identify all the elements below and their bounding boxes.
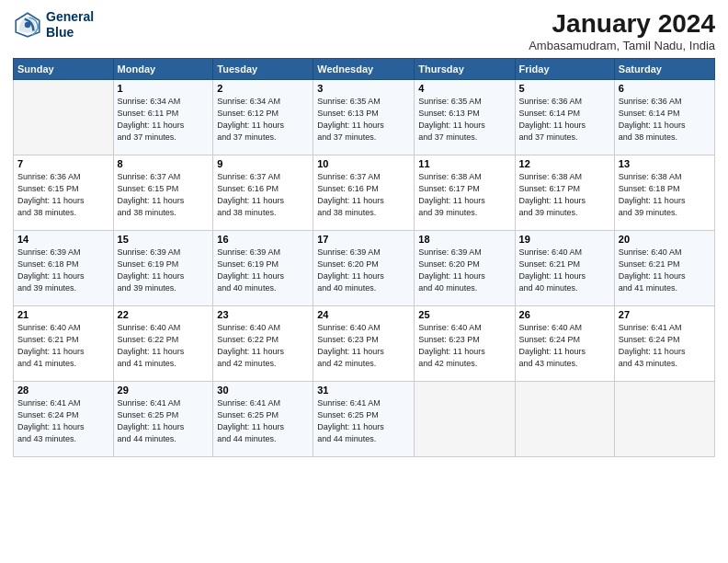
day-info: Sunrise: 6:40 AMSunset: 6:23 PMDaylight:… [317,322,410,370]
day-number: 14 [17,234,109,245]
day-info: Sunrise: 6:40 AMSunset: 6:21 PMDaylight:… [519,247,610,294]
day-info: Sunrise: 6:39 AMSunset: 6:18 PMDaylight:… [17,247,109,294]
day-info: Sunrise: 6:34 AMSunset: 6:11 PMDaylight:… [118,96,210,144]
day-info: Sunrise: 6:38 AMSunset: 6:17 PMDaylight:… [519,171,610,219]
day-number: 12 [519,158,610,169]
day-number: 27 [619,309,711,320]
weekday-header-sunday: Sunday [14,59,114,80]
day-number: 17 [317,234,410,245]
day-info: Sunrise: 6:38 AMSunset: 6:17 PMDaylight:… [418,171,510,219]
calendar-cell: 10Sunrise: 6:37 AMSunset: 6:16 PMDayligh… [313,155,415,231]
day-number: 24 [317,309,410,320]
day-number: 22 [118,309,210,320]
day-number: 25 [418,309,510,320]
weekday-header-monday: Monday [113,59,213,80]
calendar-cell: 15Sunrise: 6:39 AMSunset: 6:19 PMDayligh… [113,231,213,306]
day-info: Sunrise: 6:40 AMSunset: 6:22 PMDaylight:… [217,322,309,370]
calendar-cell: 25Sunrise: 6:40 AMSunset: 6:23 PMDayligh… [415,306,515,382]
day-number: 5 [519,83,610,94]
calendar-cell: 13Sunrise: 6:38 AMSunset: 6:18 PMDayligh… [614,155,714,231]
calendar-cell: 21Sunrise: 6:40 AMSunset: 6:21 PMDayligh… [14,306,114,382]
calendar-cell: 30Sunrise: 6:41 AMSunset: 6:25 PMDayligh… [213,382,313,457]
day-number: 26 [519,309,610,320]
calendar-cell: 29Sunrise: 6:41 AMSunset: 6:25 PMDayligh… [113,382,213,457]
calendar-cell: 2Sunrise: 6:34 AMSunset: 6:12 PMDaylight… [213,80,313,155]
calendar-cell: 3Sunrise: 6:35 AMSunset: 6:13 PMDaylight… [313,80,415,155]
calendar-header: SundayMondayTuesdayWednesdayThursdayFrid… [14,59,715,80]
week-row-1: 1Sunrise: 6:34 AMSunset: 6:11 PMDaylight… [14,80,715,155]
day-info: Sunrise: 6:35 AMSunset: 6:13 PMDaylight:… [418,96,510,144]
day-info: Sunrise: 6:41 AMSunset: 6:24 PMDaylight:… [17,397,109,445]
day-number: 1 [118,83,210,94]
day-info: Sunrise: 6:36 AMSunset: 6:14 PMDaylight:… [619,96,711,144]
day-info: Sunrise: 6:36 AMSunset: 6:14 PMDaylight:… [519,96,610,144]
page: General Blue January 2024 Ambasamudram, … [0,0,728,563]
day-number: 7 [17,158,109,169]
calendar-cell [14,80,114,155]
day-info: Sunrise: 6:40 AMSunset: 6:24 PMDaylight:… [519,322,610,370]
calendar-cell: 20Sunrise: 6:40 AMSunset: 6:21 PMDayligh… [614,231,714,306]
day-info: Sunrise: 6:40 AMSunset: 6:21 PMDaylight:… [17,322,109,370]
day-info: Sunrise: 6:40 AMSunset: 6:23 PMDaylight:… [418,322,510,370]
day-info: Sunrise: 6:41 AMSunset: 6:24 PMDaylight:… [619,322,711,370]
calendar-cell: 5Sunrise: 6:36 AMSunset: 6:14 PMDaylight… [515,80,614,155]
day-number: 30 [217,385,309,396]
day-info: Sunrise: 6:39 AMSunset: 6:20 PMDaylight:… [418,247,510,294]
week-row-3: 14Sunrise: 6:39 AMSunset: 6:18 PMDayligh… [14,231,715,306]
day-info: Sunrise: 6:37 AMSunset: 6:16 PMDaylight:… [317,171,410,219]
day-info: Sunrise: 6:39 AMSunset: 6:20 PMDaylight:… [317,247,410,294]
weekday-header-friday: Friday [515,59,614,80]
week-row-5: 28Sunrise: 6:41 AMSunset: 6:24 PMDayligh… [14,382,715,457]
calendar-cell: 17Sunrise: 6:39 AMSunset: 6:20 PMDayligh… [313,231,415,306]
day-info: Sunrise: 6:39 AMSunset: 6:19 PMDaylight:… [118,247,210,294]
day-number: 4 [418,83,510,94]
day-info: Sunrise: 6:40 AMSunset: 6:22 PMDaylight:… [118,322,210,370]
calendar-title: January 2024 [529,9,715,39]
day-info: Sunrise: 6:41 AMSunset: 6:25 PMDaylight:… [118,397,210,445]
day-number: 21 [17,309,109,320]
calendar-cell: 24Sunrise: 6:40 AMSunset: 6:23 PMDayligh… [313,306,415,382]
calendar-cell: 6Sunrise: 6:36 AMSunset: 6:14 PMDaylight… [614,80,714,155]
day-number: 8 [118,158,210,169]
day-number: 15 [118,234,210,245]
day-info: Sunrise: 6:35 AMSunset: 6:13 PMDaylight:… [317,96,410,144]
calendar-subtitle: Ambasamudram, Tamil Nadu, India [529,39,715,52]
day-info: Sunrise: 6:41 AMSunset: 6:25 PMDaylight:… [317,397,410,445]
day-number: 28 [17,385,109,396]
day-number: 16 [217,234,309,245]
day-number: 3 [317,83,410,94]
logo: General Blue [13,9,94,40]
day-number: 19 [519,234,610,245]
calendar-cell: 14Sunrise: 6:39 AMSunset: 6:18 PMDayligh… [14,231,114,306]
day-info: Sunrise: 6:34 AMSunset: 6:12 PMDaylight:… [217,96,309,144]
calendar-cell: 12Sunrise: 6:38 AMSunset: 6:17 PMDayligh… [515,155,614,231]
logo-text: General Blue [46,9,94,40]
weekday-header-tuesday: Tuesday [213,59,313,80]
weekday-header-wednesday: Wednesday [313,59,415,80]
calendar-table: SundayMondayTuesdayWednesdayThursdayFrid… [13,58,715,457]
calendar-cell: 26Sunrise: 6:40 AMSunset: 6:24 PMDayligh… [515,306,614,382]
day-number: 11 [418,158,510,169]
weekday-header-thursday: Thursday [415,59,515,80]
day-info: Sunrise: 6:40 AMSunset: 6:21 PMDaylight:… [619,247,711,294]
day-number: 20 [619,234,711,245]
day-number: 2 [217,83,309,94]
calendar-cell: 22Sunrise: 6:40 AMSunset: 6:22 PMDayligh… [113,306,213,382]
day-number: 10 [317,158,410,169]
title-block: January 2024 Ambasamudram, Tamil Nadu, I… [529,9,715,52]
header: General Blue January 2024 Ambasamudram, … [13,9,715,52]
day-info: Sunrise: 6:36 AMSunset: 6:15 PMDaylight:… [17,171,109,219]
logo-icon [13,10,42,40]
calendar-cell: 19Sunrise: 6:40 AMSunset: 6:21 PMDayligh… [515,231,614,306]
day-number: 23 [217,309,309,320]
day-number: 6 [619,83,711,94]
week-row-4: 21Sunrise: 6:40 AMSunset: 6:21 PMDayligh… [14,306,715,382]
day-info: Sunrise: 6:37 AMSunset: 6:16 PMDaylight:… [217,171,309,219]
calendar-cell: 18Sunrise: 6:39 AMSunset: 6:20 PMDayligh… [415,231,515,306]
calendar-cell: 27Sunrise: 6:41 AMSunset: 6:24 PMDayligh… [614,306,714,382]
calendar-cell: 31Sunrise: 6:41 AMSunset: 6:25 PMDayligh… [313,382,415,457]
calendar-cell: 8Sunrise: 6:37 AMSunset: 6:15 PMDaylight… [113,155,213,231]
svg-point-2 [25,22,30,28]
calendar-cell [515,382,614,457]
calendar-cell [614,382,714,457]
